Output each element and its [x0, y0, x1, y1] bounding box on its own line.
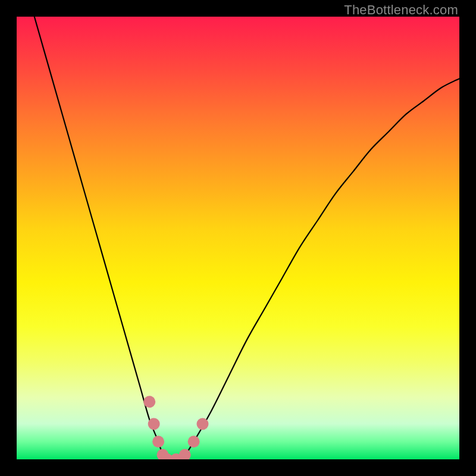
- chart-svg: [17, 17, 459, 459]
- watermark-text: TheBottleneck.com: [344, 2, 458, 18]
- highlight-blob: [143, 396, 208, 459]
- curve-group: [35, 17, 459, 459]
- highlight-dot: [148, 418, 160, 430]
- highlight-dot: [143, 396, 155, 408]
- highlight-dot: [196, 418, 208, 430]
- highlight-dot: [152, 436, 164, 447]
- chart-plot-area: [17, 17, 459, 459]
- bottleneck-curve: [35, 17, 459, 459]
- highlight-dot: [188, 436, 200, 447]
